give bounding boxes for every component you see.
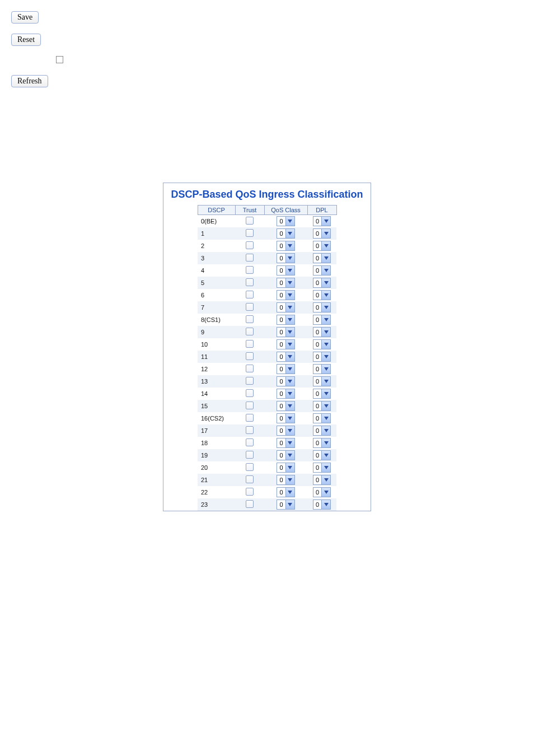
chevron-down-icon [321,241,330,250]
qos-class-select[interactable]: 0 [277,327,294,337]
qos-class-select[interactable]: 0 [277,290,294,300]
dpl-select[interactable]: 0 [313,463,331,473]
dpl-value: 0 [313,488,321,497]
trust-checkbox[interactable] [246,438,254,446]
qos-class-select[interactable]: 0 [277,376,294,386]
dscp-label: 6 [198,289,235,301]
trust-checkbox[interactable] [246,291,254,298]
trust-checkbox[interactable] [246,340,254,348]
qos-class-select[interactable]: 0 [277,401,294,411]
dpl-select[interactable]: 0 [313,352,331,362]
trust-checkbox[interactable] [246,266,254,274]
trust-checkbox[interactable] [246,463,254,471]
refresh-button[interactable]: Refresh [11,75,48,87]
save-button[interactable]: Save [11,11,39,24]
qos-class-select[interactable]: 0 [277,463,294,473]
qos-class-select[interactable]: 0 [277,302,294,312]
trust-checkbox[interactable] [246,377,254,385]
chevron-down-icon [285,266,294,275]
auto-refresh-checkbox[interactable] [56,56,63,63]
trust-checkbox[interactable] [246,352,254,360]
chevron-down-icon [321,414,330,423]
qos-class-select[interactable]: 0 [277,352,294,362]
chevron-down-icon [285,488,294,497]
trust-checkbox[interactable] [246,475,254,483]
trust-checkbox[interactable] [246,500,254,508]
qos-class-value: 0 [277,414,285,423]
dpl-select[interactable]: 0 [313,253,331,263]
trust-checkbox[interactable] [246,328,254,335]
trust-checkbox[interactable] [246,402,254,409]
dpl-select[interactable]: 0 [313,475,331,485]
dpl-select[interactable]: 0 [313,241,331,251]
qos-class-select[interactable]: 0 [277,364,294,374]
qos-class-select[interactable]: 0 [277,241,294,251]
chevron-down-icon [285,451,294,460]
qos-class-select[interactable]: 0 [277,315,294,325]
dpl-select[interactable]: 0 [313,302,331,312]
table-row: 16(CS2)00 [198,412,336,424]
trust-checkbox[interactable] [246,278,254,286]
qos-class-select[interactable]: 0 [277,475,294,485]
col-trust: Trust [235,206,264,215]
dpl-select[interactable]: 0 [313,376,331,386]
trust-checkbox[interactable] [246,217,254,225]
dpl-select[interactable]: 0 [313,487,331,497]
dpl-select[interactable]: 0 [313,315,331,325]
dpl-value: 0 [313,241,321,250]
qos-class-value: 0 [277,389,285,398]
trust-checkbox[interactable] [246,303,254,311]
qos-class-select[interactable]: 0 [277,450,294,460]
trust-checkbox[interactable] [246,414,254,422]
qos-class-select[interactable]: 0 [277,426,294,436]
trust-checkbox[interactable] [246,315,254,323]
trust-checkbox[interactable] [246,426,254,434]
chevron-down-icon [321,475,330,484]
qos-class-select[interactable]: 0 [277,438,294,448]
qos-class-select[interactable]: 0 [277,487,294,497]
trust-checkbox[interactable] [246,254,254,262]
dpl-select[interactable]: 0 [313,438,331,448]
trust-checkbox[interactable] [246,488,254,496]
trust-checkbox[interactable] [246,451,254,459]
chevron-down-icon [285,241,294,250]
dpl-select[interactable]: 0 [313,339,331,349]
dpl-select[interactable]: 0 [313,500,331,510]
dpl-select[interactable]: 0 [313,228,331,239]
qos-class-select[interactable]: 0 [277,228,294,239]
dpl-select[interactable]: 0 [313,216,331,226]
trust-checkbox[interactable] [246,241,254,249]
qos-class-value: 0 [277,365,285,374]
table-row: 2300 [198,498,336,511]
qos-class-select[interactable]: 0 [277,389,294,399]
qos-class-select[interactable]: 0 [277,339,294,349]
chevron-down-icon [285,463,294,472]
qos-class-select[interactable]: 0 [277,500,294,510]
qos-class-select[interactable]: 0 [277,216,294,226]
dpl-select[interactable]: 0 [313,290,331,300]
chevron-down-icon [321,328,330,337]
trust-checkbox[interactable] [246,229,254,237]
dpl-select[interactable]: 0 [313,265,331,276]
dpl-select[interactable]: 0 [313,327,331,337]
dpl-select[interactable]: 0 [313,401,331,411]
qos-class-select[interactable]: 0 [277,265,294,276]
qos-class-select[interactable]: 0 [277,253,294,263]
dpl-select[interactable]: 0 [313,450,331,460]
trust-checkbox[interactable] [246,365,254,372]
qos-class-value: 0 [277,402,285,410]
dpl-select[interactable]: 0 [313,364,331,374]
dpl-select[interactable]: 0 [313,413,331,423]
qos-class-value: 0 [277,315,285,324]
dpl-select[interactable]: 0 [313,389,331,399]
chevron-down-icon [321,266,330,275]
qos-class-value: 0 [277,328,285,337]
dpl-select[interactable]: 0 [313,426,331,436]
qos-class-select[interactable]: 0 [277,278,294,288]
table-row: 400 [198,264,336,277]
qos-class-select[interactable]: 0 [277,413,294,423]
reset-button[interactable]: Reset [11,34,41,46]
dscp-label: 19 [198,449,235,461]
dpl-select[interactable]: 0 [313,278,331,288]
trust-checkbox[interactable] [246,389,254,397]
